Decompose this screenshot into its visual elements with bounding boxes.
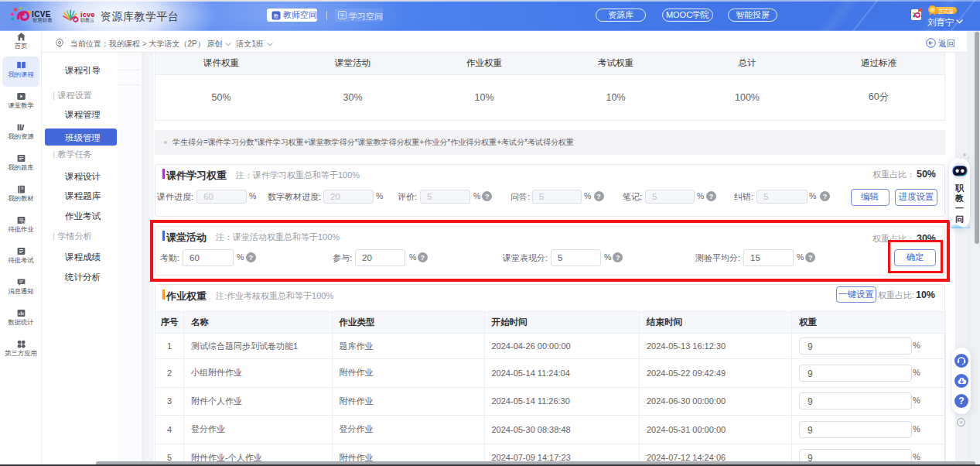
svg-text:学: 学 xyxy=(340,12,345,18)
svg-text:教: 教 xyxy=(274,12,279,19)
